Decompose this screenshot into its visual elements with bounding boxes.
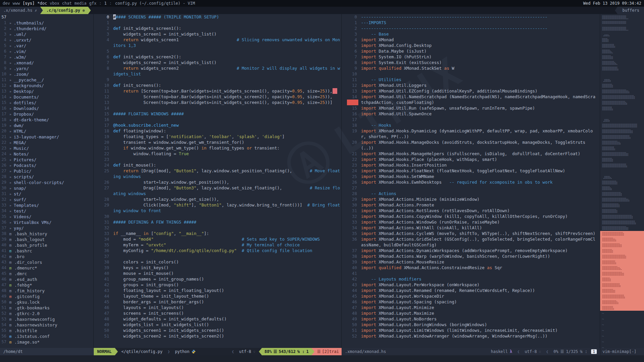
dwm-tag[interactable]: www — [13, 1, 20, 6]
tree-item[interactable]: 27▸Public/ — [0, 168, 93, 174]
code-line[interactable]: 16 — [94, 117, 341, 122]
code-line[interactable]: 25import XMonad.Hooks.SetWMName — [342, 174, 600, 179]
tree-item[interactable]: 37▸yay/ — [0, 225, 93, 231]
tree-item[interactable]: 31▸st/ — [0, 191, 93, 197]
code-line[interactable]: 47import XMonad.Layout.Minimize — [342, 305, 600, 310]
tree-item[interactable]: 35▸Videos/ — [0, 214, 93, 220]
minimap-pane[interactable]: ⣿⣿⣿⣿⣿⣿⣿⣿⣿⣿⣿⣀⠿⠿⠿⠿⠿⠿⠿⠿⠿⠿⠿⣿⣿⣿⣿⣿⣿⣿⣿⣿⣿⣿⣀⢀⣤⣤⡀⣿… — [600, 14, 644, 348]
code-line[interactable]: 51import XMonad.Layout.LimitWindows (lim… — [342, 327, 600, 333]
code-line[interactable]: 6def init_widgets_screen2(): — [94, 54, 341, 60]
tree-item[interactable]: 7▸.w3m/ — [0, 54, 93, 60]
config-py-pane[interactable]: 0##### SCREENS ##### (TRIPLE MONITOR SET… — [94, 14, 342, 348]
minimap-viewport-highlight[interactable]: ⣿⣿⣿⣿⣿⣿⣿⣿⣿⣿⣷ — [600, 254, 644, 259]
code-line[interactable]: 10def init_screens(): — [94, 82, 341, 88]
tree-item[interactable]: 42▤.bro — [0, 254, 93, 259]
code-line[interactable]: 50 widgets_screen1 = init_widgets_screen… — [94, 327, 341, 333]
code-line[interactable]: 20 transient = window.window.get_wm_tran… — [94, 139, 341, 145]
code-line[interactable]: 30 — [94, 214, 341, 219]
code-line[interactable]: 46import XMonad.Layout.Spacing (spacing) — [342, 299, 600, 305]
code-line[interactable]: 39 keys = init_keys() — [94, 265, 341, 270]
code-line[interactable]: 11 -- Utilities — [342, 77, 600, 82]
code-line[interactable]: 13import XMonad.Util.EZConfig (additiona… — [342, 88, 600, 94]
code-line[interactable]: 5 — [94, 48, 341, 54]
tree-item[interactable]: 11▸__pycache__/ — [0, 77, 93, 83]
tree-item[interactable]: 43▤.dir_colors — [0, 259, 93, 265]
minimap-viewport-highlight[interactable]: ⣿⣿⣿⣿⣿⣶ — [600, 288, 644, 294]
code-line[interactable]: 2---------------------------------------… — [342, 25, 600, 31]
code-line[interactable]: 1---IMPORTS — [342, 20, 600, 25]
tree-item[interactable]: 34▸test/ — [0, 208, 93, 214]
code-line[interactable]: 42 -- Layouts modifiers — [342, 276, 600, 282]
code-line[interactable]: 38 colors = init_colors() — [94, 259, 341, 265]
code-line[interactable]: 9import qualified XMonad.StackSet as W — [342, 65, 600, 71]
code-line[interactable]: 16import XMonad.Util.SpawnOnce — [342, 111, 600, 117]
code-line[interactable]: 36import XMonad.Actions.GridSelect (GSCo… — [342, 236, 600, 248]
code-line[interactable]: 3 widgets_screen1 = init_widgets_list() — [94, 31, 341, 37]
code-line[interactable]: 29import XMonad.Actions.Minimize (minimi… — [342, 196, 600, 202]
tree-item[interactable]: 6▸.vim/ — [0, 49, 93, 54]
code-line[interactable]: 44import XMonad.Layout.Renamed (renamed,… — [342, 288, 600, 293]
code-line[interactable]: 28 -- Actions — [342, 191, 600, 196]
code-line[interactable]: 6import Data.Maybe (isJust) — [342, 48, 600, 54]
tree-item[interactable]: 10▸.zoom/ — [0, 71, 93, 77]
code-line[interactable]: 20import XMonad.Hooks.ManageDocks (avoid… — [342, 139, 600, 151]
code-line[interactable]: 14import XMonad.Util.NamedScratchpad (Na… — [342, 94, 600, 105]
code-line[interactable]: 46 layouts = init_layouts() — [94, 305, 341, 310]
tree-item[interactable]: 14▸Documents/ — [0, 94, 93, 100]
minimap-viewport-highlight[interactable]: ⣿⣿⣿⣿⣿⣿⣿⣿⣿⣿⡄ — [600, 294, 644, 299]
code-line[interactable]: 15##### FLOATING WINDOWS ##### — [94, 111, 341, 117]
tab-config-py[interactable]: .c/q/config.py ⊗ — [43, 7, 88, 14]
minimap-viewport-highlight[interactable]: ⣿⣿⣿⣿⣿⣿⣿⣿⡄ — [600, 282, 644, 288]
tree-item[interactable]: 56▤.i3status.conf — [0, 334, 93, 339]
tree-item[interactable]: 49▤.gitconfig — [0, 294, 93, 299]
code-line[interactable]: 13 Screen(top=bar.Bar(widgets=init_widge… — [94, 100, 341, 105]
tree-item[interactable]: 48▤.fim_history — [0, 288, 93, 294]
tree-item[interactable]: 13▸Desktop/ — [0, 88, 93, 94]
dwm-tag[interactable]: [sys] — [22, 1, 34, 6]
code-line[interactable]: 43import XMonad.Layout.PerWorkspace (onW… — [342, 282, 600, 288]
code-line[interactable]: 8 return widgets_screen2 # Monitor 2 wil… — [94, 65, 341, 77]
code-line[interactable]: 4 return widgets_screen1 # Slicing remov… — [94, 37, 341, 48]
tree-item[interactable]: 33▸Templates/ — [0, 202, 93, 208]
code-line[interactable]: 48 widget_defaults = init_widgets_defaul… — [94, 316, 341, 322]
code-line[interactable]: 18def floating(window): — [94, 128, 341, 134]
code-line[interactable]: 43 floating_layout = init_floating_layou… — [94, 288, 341, 293]
code-line[interactable]: 44 layout_theme = init_layout_theme() — [94, 293, 341, 299]
code-line[interactable]: 23import XMonad.Hooks.InsertPosition — [342, 162, 600, 168]
code-line[interactable]: 27 — [342, 185, 600, 191]
tree-item[interactable]: 36▸VirtualBox VMs/ — [0, 220, 93, 225]
code-line[interactable]: 40import qualified XMonad.Actions.Constr… — [342, 265, 600, 270]
tree-item[interactable]: 5▸.var/ — [0, 43, 93, 49]
code-line[interactable]: 30import XMonad.Actions.Promote — [342, 202, 600, 208]
code-line[interactable]: 49import XMonad.Layout.NoBorders — [342, 316, 600, 322]
code-line[interactable]: 37import XMonad.Actions.DynamicWorkspace… — [342, 248, 600, 253]
tree-item[interactable]: 1▸.thumbnails/ — [0, 20, 93, 26]
code-line[interactable]: 24import XMonad.Hooks.FloatNext (floatNe… — [342, 168, 600, 174]
code-line[interactable]: 34import XMonad.Actions.WithAll (sinkAll… — [342, 225, 600, 231]
code-line[interactable]: 8import System.Exit (exitSuccess) — [342, 60, 600, 65]
tree-item[interactable]: 16▸Downloads/ — [0, 106, 93, 111]
code-line[interactable]: 35import XMonad.Actions.CycleWS (moveTo,… — [342, 231, 600, 236]
tree-item[interactable]: 50▤.gksu.lock — [0, 299, 93, 305]
code-line[interactable]: 49 widgets_list = init_widgets_list() — [94, 322, 341, 327]
tree-item[interactable]: 41▤.bashrc — [0, 248, 93, 254]
minimap-viewport-highlight[interactable]: ⣿⣿⣿⣿⣿⣿⣿⣿⣿⣶ — [600, 271, 644, 277]
tree-item[interactable]: 23▸Music/ — [0, 145, 93, 151]
minimap-viewport-highlight[interactable]: ⣿⣿⣿⣿⣿⣿⣿⣿⣿⣷ — [600, 231, 644, 237]
tree-item[interactable]: 38▤.bash_history — [0, 231, 93, 237]
tree-item[interactable]: 22▸MEGA/ — [0, 140, 93, 145]
xmonad-hs-pane[interactable]: 0---------------------------------------… — [342, 14, 600, 348]
code-line[interactable]: 25 return [Drag([mod], "Button1", lazy.w… — [94, 168, 341, 179]
code-line[interactable]: 28 start=lazy.window.get_size()), — [94, 196, 341, 202]
minimap-viewport-highlight[interactable]: ⣿⣿⣿⣿⣷ — [600, 248, 644, 254]
tree-item[interactable]: 24▸Notes/ — [0, 151, 93, 157]
code-line[interactable]: 37 — [94, 253, 341, 259]
tree-item[interactable]: 3▸.uml/ — [0, 32, 93, 37]
code-line[interactable]: 40 mouse = init_mouse() — [94, 270, 341, 276]
tree-item[interactable]: 12▸Backgrounds/ — [0, 83, 93, 88]
dwm-tag[interactable]: dev — [3, 1, 10, 6]
tree-item[interactable]: 51▤.gtk-bookmarks — [0, 305, 93, 311]
code-line[interactable]: 34 mod = "mod4" # Sets mod key to SUPER/… — [94, 236, 341, 242]
tab-close-icon[interactable]: ⊗ — [82, 8, 85, 13]
tree-item[interactable]: 53▤.haxornewsconfig — [0, 316, 93, 322]
